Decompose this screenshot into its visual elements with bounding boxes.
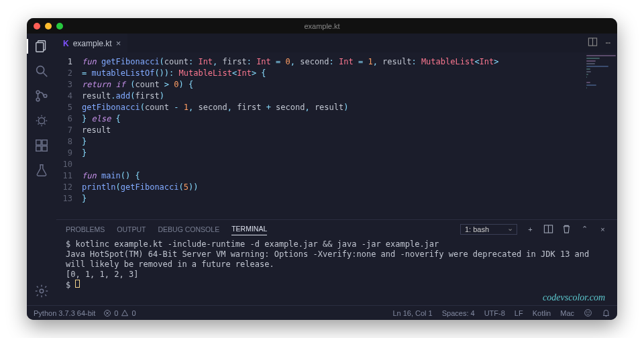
source-control-icon[interactable] [34, 89, 49, 103]
close-panel-icon[interactable]: × [598, 224, 608, 234]
status-bell-icon[interactable] [602, 308, 610, 317]
svg-point-21 [586, 312, 587, 313]
status-encoding[interactable]: UTF-8 [484, 309, 505, 317]
svg-point-2 [37, 66, 44, 74]
panel-tabs: PROBLEMS OUTPUT DEBUG CONSOLE TERMINAL 1… [56, 220, 617, 237]
panel-tab-output[interactable]: OUTPUT [117, 223, 146, 235]
tab-bar: K example.kt × ⋯ [56, 34, 617, 52]
tab-example-kt[interactable]: K example.kt × [56, 34, 127, 52]
content-area: K example.kt × ⋯ 12345678910111213 fun g… [56, 34, 617, 305]
svg-point-5 [36, 98, 40, 101]
svg-rect-1 [36, 43, 44, 52]
close-window-button[interactable] [34, 23, 40, 30]
status-cursor[interactable]: Ln 16, Col 1 [392, 309, 432, 317]
maximize-window-button[interactable] [56, 23, 63, 30]
code-body[interactable]: fun getFibonacci(count: Int, first: Int … [82, 52, 585, 219]
minimap[interactable] [585, 52, 617, 219]
split-terminal-icon[interactable] [543, 224, 553, 234]
minimize-window-button[interactable] [45, 23, 52, 30]
kotlin-file-icon: K [63, 39, 69, 48]
svg-point-4 [36, 91, 40, 94]
split-editor-icon[interactable] [588, 37, 598, 49]
svg-rect-11 [42, 140, 47, 145]
status-os[interactable]: Mac [560, 309, 574, 317]
test-icon[interactable] [34, 163, 49, 178]
svg-rect-8 [36, 140, 41, 145]
svg-line-3 [44, 73, 48, 77]
search-icon[interactable] [34, 64, 49, 78]
terminal-body[interactable]: $ kotlinc example.kt -include-runtime -d… [56, 237, 617, 305]
more-actions-icon[interactable]: ⋯ [606, 38, 610, 48]
svg-rect-10 [42, 146, 47, 151]
extensions-icon[interactable] [34, 138, 49, 153]
tab-filename: example.kt [73, 39, 112, 48]
maximize-panel-icon[interactable]: ⌃ [580, 224, 590, 234]
terminal-shell-select[interactable]: 1: bash [460, 224, 517, 235]
app-window: example.kt [27, 18, 617, 320]
code-editor[interactable]: 12345678910111213 fun getFibonacci(count… [56, 52, 585, 219]
bottom-panel: PROBLEMS OUTPUT DEBUG CONSOLE TERMINAL 1… [56, 219, 617, 305]
panel-tab-problems[interactable]: PROBLEMS [66, 223, 105, 235]
svg-point-7 [38, 117, 44, 123]
status-python[interactable]: Python 3.7.3 64-bit [34, 309, 95, 317]
activity-bar [27, 34, 56, 305]
svg-point-12 [40, 289, 44, 293]
status-problems[interactable]: 0 0 [103, 309, 136, 317]
status-lang[interactable]: Kotlin [533, 309, 551, 317]
panel-tab-debug[interactable]: DEBUG CONSOLE [158, 223, 220, 235]
titlebar: example.kt [27, 18, 617, 34]
panel-tab-terminal[interactable]: TERMINAL [231, 223, 267, 235]
close-tab-icon[interactable]: × [116, 38, 121, 48]
svg-point-20 [585, 310, 592, 317]
editor-area: 12345678910111213 fun getFibonacci(count… [56, 52, 617, 219]
settings-icon[interactable] [34, 284, 49, 298]
window-title: example.kt [304, 22, 339, 30]
status-spaces[interactable]: Spaces: 4 [442, 309, 475, 317]
svg-point-6 [44, 95, 47, 98]
debug-icon[interactable] [34, 113, 49, 128]
kill-terminal-icon[interactable] [561, 224, 572, 234]
status-bar: Python 3.7.3 64-bit 0 0 Ln 16, Col 1 Spa… [27, 305, 617, 320]
explorer-icon[interactable] [34, 39, 49, 54]
window-controls [34, 23, 63, 30]
status-feedback-icon[interactable] [584, 308, 592, 317]
watermark: codevscolor.com [543, 292, 605, 302]
status-eol[interactable]: LF [515, 309, 523, 317]
line-numbers: 12345678910111213 [56, 52, 82, 219]
svg-rect-9 [36, 146, 41, 151]
main-area: K example.kt × ⋯ 12345678910111213 fun g… [27, 34, 617, 305]
svg-point-22 [589, 312, 590, 313]
new-terminal-icon[interactable]: + [525, 224, 535, 234]
